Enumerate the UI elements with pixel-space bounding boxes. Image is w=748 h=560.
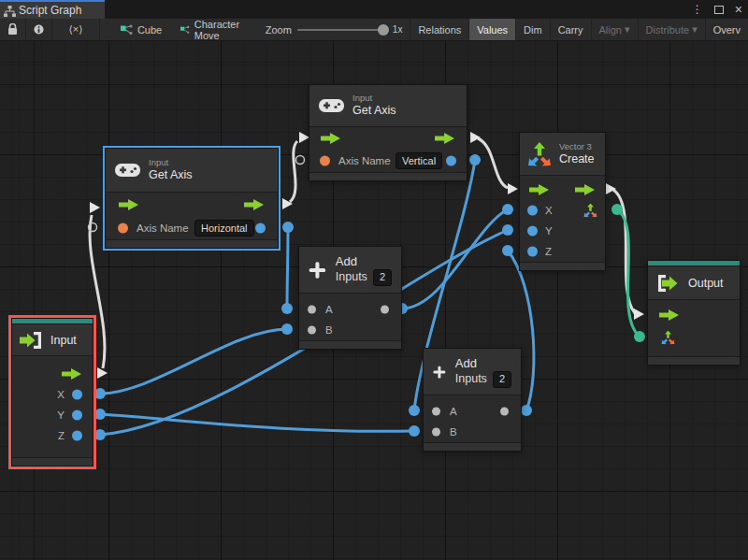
flow-in-port[interactable] bbox=[659, 309, 680, 321]
relations-button[interactable]: Relations bbox=[410, 19, 469, 40]
z-in-port[interactable] bbox=[527, 247, 538, 257]
code-view-button[interactable]: ⟨×⟩ bbox=[52, 19, 100, 40]
zoom-slider-thumb[interactable] bbox=[378, 24, 389, 36]
node-footer bbox=[309, 172, 467, 180]
port-label: Y bbox=[57, 409, 65, 421]
node-title: Add bbox=[455, 355, 511, 372]
graph-canvas[interactable]: Input Get Axis Axis Name Vertical bbox=[0, 41, 748, 560]
vector3-in-port[interactable] bbox=[661, 331, 675, 345]
axis-name-field[interactable]: Horizontal bbox=[194, 219, 254, 236]
value-in-port[interactable] bbox=[432, 428, 440, 437]
node-output[interactable]: Output bbox=[647, 260, 741, 366]
inputs-count-field[interactable]: 2 bbox=[493, 371, 511, 388]
plus-icon bbox=[433, 360, 446, 384]
node-get-axis-vertical[interactable]: Input Get Axis Axis Name Vertical bbox=[309, 84, 468, 181]
value-in-port[interactable] bbox=[432, 408, 440, 416]
script-graph-icon bbox=[4, 6, 16, 17]
script-graph-window: Script Graph ⋮ × ⟨×⟩ bbox=[0, 0, 748, 560]
vector3-icon bbox=[527, 142, 552, 166]
axis-name-field[interactable]: Vertical bbox=[396, 152, 442, 169]
maximize-icon[interactable] bbox=[714, 6, 724, 14]
tab-script-graph[interactable]: Script Graph bbox=[0, 0, 105, 19]
string-port[interactable] bbox=[118, 223, 128, 233]
overview-button[interactable]: Overv bbox=[706, 19, 748, 40]
wire-vector3-to-output bbox=[613, 190, 635, 313]
distribute-label: Distribute bbox=[646, 24, 689, 36]
breadcrumb-cube[interactable]: Cube bbox=[111, 19, 171, 40]
values-button[interactable]: Values bbox=[469, 19, 516, 40]
flow-out-port[interactable] bbox=[244, 199, 265, 210]
chevron-down-icon: ▾ bbox=[692, 23, 698, 36]
zoom-label: Zoom bbox=[266, 24, 292, 36]
node-category: Vector 3 bbox=[559, 141, 595, 152]
gamepad-icon bbox=[115, 162, 140, 179]
node-category: Input bbox=[352, 93, 396, 104]
output-unit-icon bbox=[656, 274, 680, 293]
sum-out-port[interactable] bbox=[500, 408, 509, 416]
node-footer bbox=[520, 262, 605, 270]
sum-out-port[interactable] bbox=[381, 306, 389, 314]
x-out-port[interactable] bbox=[72, 390, 82, 400]
wire-getaxis-vertical-to-vector3 bbox=[478, 138, 508, 188]
close-icon[interactable]: × bbox=[735, 3, 742, 16]
param-label: Axis Name bbox=[338, 155, 391, 166]
port-label: Z bbox=[545, 246, 552, 257]
lock-button[interactable] bbox=[0, 19, 26, 40]
window-menu-icon[interactable]: ⋮ bbox=[692, 4, 703, 15]
breadcrumb-label: Cube bbox=[137, 24, 162, 36]
port-label: Y bbox=[545, 225, 553, 237]
string-port[interactable] bbox=[320, 156, 330, 166]
vector3-out-port[interactable] bbox=[583, 204, 597, 218]
node-add-1[interactable]: Add Inputs 2 A B bbox=[298, 246, 402, 350]
y-out-port[interactable] bbox=[72, 410, 82, 421]
distribute-dropdown[interactable]: Distribute ▾ bbox=[639, 19, 706, 40]
port-label: A bbox=[450, 406, 457, 417]
info-button[interactable] bbox=[26, 19, 52, 40]
graph-toolbar: ⟨×⟩ Cube Character Move Zoom bbox=[0, 19, 748, 41]
carry-button[interactable]: Carry bbox=[551, 19, 592, 40]
value-in-port[interactable] bbox=[308, 306, 316, 314]
wire-getaxis-horizontal-to-getaxis-vertical bbox=[290, 141, 297, 202]
node-get-axis-horizontal[interactable]: Input Get Axis Axis Name Horizontal bbox=[105, 148, 279, 249]
tab-title: Script Graph bbox=[19, 4, 81, 17]
align-dropdown[interactable]: Align ▾ bbox=[592, 19, 639, 40]
port-label: X bbox=[545, 205, 553, 216]
node-add-2[interactable]: Add Inputs 2 A B bbox=[423, 348, 522, 452]
node-footer bbox=[424, 442, 521, 451]
inputs-label: Inputs bbox=[455, 372, 487, 387]
flow-out-port[interactable] bbox=[575, 184, 596, 195]
flow-in-port[interactable] bbox=[529, 184, 550, 195]
port-label: X bbox=[57, 389, 65, 400]
node-title: Get Axis bbox=[352, 104, 396, 119]
node-footer bbox=[106, 239, 278, 248]
flow-in-port[interactable] bbox=[119, 199, 139, 210]
wire-add1-to-vector3-x bbox=[402, 209, 508, 309]
inputs-count-field[interactable]: 2 bbox=[373, 269, 392, 286]
y-in-port[interactable] bbox=[527, 226, 538, 237]
inputs-label: Inputs bbox=[336, 270, 367, 285]
value-in-port[interactable] bbox=[308, 326, 316, 335]
float-out-port[interactable] bbox=[255, 223, 266, 233]
param-label: Axis Name bbox=[137, 223, 189, 234]
flow-out-port[interactable] bbox=[62, 368, 82, 380]
z-out-port[interactable] bbox=[72, 431, 82, 441]
flow-in-port[interactable] bbox=[321, 133, 341, 144]
node-footer bbox=[12, 457, 93, 466]
lock-icon bbox=[7, 23, 18, 36]
node-vector3-create[interactable]: Vector 3 Create X Y bbox=[519, 132, 606, 271]
wire-inputx-to-add1-b bbox=[100, 329, 287, 394]
node-title: Output bbox=[688, 277, 724, 290]
code-icon: ⟨×⟩ bbox=[68, 23, 82, 36]
wire-inputy-to-add2-b bbox=[100, 414, 414, 431]
graph-asset-icon bbox=[121, 24, 133, 36]
zoom-slider[interactable] bbox=[297, 29, 387, 31]
breadcrumb-character-move[interactable]: Character Move bbox=[171, 19, 258, 40]
node-input[interactable]: Input X Y Z bbox=[11, 318, 94, 467]
node-title: Input bbox=[50, 334, 77, 347]
input-unit-icon bbox=[20, 331, 43, 350]
flow-out-port[interactable] bbox=[435, 133, 455, 144]
wire-vector3-result-to-output bbox=[617, 209, 640, 337]
x-in-port[interactable] bbox=[527, 206, 538, 216]
dim-button[interactable]: Dim bbox=[516, 19, 551, 40]
float-out-port[interactable] bbox=[446, 156, 456, 166]
